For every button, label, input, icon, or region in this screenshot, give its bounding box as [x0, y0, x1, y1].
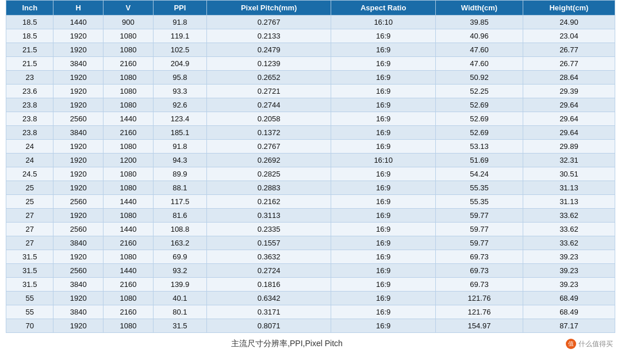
- table-cell: 121.76: [436, 292, 523, 305]
- table-cell: 0.6342: [207, 292, 331, 305]
- table-cell: 29.64: [523, 126, 615, 140]
- table-cell: 29.64: [523, 98, 615, 112]
- table-row: 23.61920108093.30.272116:952.2529.39: [6, 85, 615, 98]
- table-cell: 95.8: [153, 71, 206, 85]
- table-cell: 1920: [53, 85, 103, 98]
- table-cell: 16:9: [331, 98, 436, 112]
- table-cell: 16:9: [331, 43, 436, 57]
- table-cell: 68.49: [523, 305, 615, 319]
- table-cell: 29.89: [523, 140, 615, 154]
- table-row: 18.5144090091.80.276716:1039.8524.90: [6, 16, 615, 29]
- table-header-row: InchHVPPIPixel Pitch(mm)Aspect RatioWidt…: [6, 1, 615, 16]
- table-cell: 1440: [53, 16, 103, 29]
- table-cell: 108.8: [153, 223, 206, 236]
- table-cell: 16:9: [331, 319, 436, 333]
- table-cell: 31.5: [153, 319, 206, 333]
- table-cell: 3840: [53, 278, 103, 292]
- table-cell: 24: [6, 154, 53, 167]
- table-cell: 1920: [53, 167, 103, 181]
- table-cell: 204.9: [153, 57, 206, 71]
- table-cell: 27: [6, 236, 53, 250]
- table-cell: 123.4: [153, 112, 206, 126]
- table-cell: 0.1557: [207, 236, 331, 250]
- table-cell: 0.2692: [207, 154, 331, 167]
- table-cell: 40.96: [436, 29, 523, 43]
- table-cell: 0.2721: [207, 85, 331, 98]
- table-cell: 117.5: [153, 195, 206, 209]
- table-cell: 1920: [53, 43, 103, 57]
- table-cell: 18.5: [6, 16, 53, 29]
- table-cell: 0.2767: [207, 16, 331, 29]
- table-cell: 1920: [53, 250, 103, 264]
- table-cell: 31.13: [523, 181, 615, 195]
- table-cell: 52.25: [436, 85, 523, 98]
- table-cell: 154.97: [436, 319, 523, 333]
- table-cell: 1080: [103, 292, 154, 305]
- table-cell: 23.8: [6, 112, 53, 126]
- table-row: 2725601440108.80.233516:959.7733.62: [6, 223, 615, 236]
- table-row: 23.81920108092.60.274416:952.6929.64: [6, 98, 615, 112]
- table-cell: 1080: [103, 98, 154, 112]
- table-cell: 0.2883: [207, 181, 331, 195]
- table-cell: 1440: [103, 223, 154, 236]
- table-cell: 18.5: [6, 29, 53, 43]
- table-row: 2738402160163.20.155716:959.7733.62: [6, 236, 615, 250]
- table-cell: 1440: [103, 112, 154, 126]
- table-cell: 59.77: [436, 209, 523, 223]
- table-cell: 2560: [53, 223, 103, 236]
- table-cell: 93.2: [153, 264, 206, 278]
- table-cell: 39.23: [523, 264, 615, 278]
- table-cell: 59.77: [436, 236, 523, 250]
- table-cell: 900: [103, 16, 154, 29]
- table-cell: 16:9: [331, 236, 436, 250]
- table-cell: 52.69: [436, 98, 523, 112]
- table-cell: 2560: [53, 195, 103, 209]
- table-row: 23.838402160185.10.137216:952.6929.64: [6, 126, 615, 140]
- table-cell: 2560: [53, 264, 103, 278]
- table-cell: 16:9: [331, 29, 436, 43]
- table-cell: 1080: [103, 85, 154, 98]
- table-cell: 1920: [53, 140, 103, 154]
- table-cell: 69.73: [436, 278, 523, 292]
- table-cell: 1080: [103, 319, 154, 333]
- table-cell: 3840: [53, 305, 103, 319]
- table-cell: 93.3: [153, 85, 206, 98]
- column-header: V: [103, 1, 154, 16]
- table-cell: 31.5: [6, 264, 53, 278]
- column-header: Inch: [6, 1, 53, 16]
- table-cell: 16:10: [331, 154, 436, 167]
- table-row: 23.825601440123.40.205816:952.6929.64: [6, 112, 615, 126]
- column-header: Aspect Ratio: [331, 1, 436, 16]
- table-cell: 0.2825: [207, 167, 331, 181]
- table-row: 241920120094.30.269216:1051.6932.31: [6, 154, 615, 167]
- table-cell: 39.23: [523, 250, 615, 264]
- table-cell: 163.2: [153, 236, 206, 250]
- table-cell: 25: [6, 181, 53, 195]
- table-cell: 33.62: [523, 209, 615, 223]
- table-cell: 2160: [103, 236, 154, 250]
- table-cell: 0.8071: [207, 319, 331, 333]
- table-cell: 47.60: [436, 43, 523, 57]
- table-cell: 24.5: [6, 167, 53, 181]
- table-cell: 40.1: [153, 292, 206, 305]
- column-header: Width(cm): [436, 1, 523, 16]
- table-row: 21.519201080102.50.247916:947.6026.77: [6, 43, 615, 57]
- table-cell: 39.85: [436, 16, 523, 29]
- table-cell: 91.8: [153, 140, 206, 154]
- table-cell: 0.1816: [207, 278, 331, 292]
- table-cell: 1920: [53, 292, 103, 305]
- table-cell: 16:9: [331, 264, 436, 278]
- table-cell: 0.2724: [207, 264, 331, 278]
- table-cell: 59.77: [436, 223, 523, 236]
- table-cell: 32.31: [523, 154, 615, 167]
- table-cell: 16:9: [331, 181, 436, 195]
- table-cell: 55.35: [436, 195, 523, 209]
- table-cell: 31.13: [523, 195, 615, 209]
- table-cell: 16:9: [331, 250, 436, 264]
- table-cell: 54.24: [436, 167, 523, 181]
- table-cell: 24: [6, 140, 53, 154]
- brand-label: 什么值得买: [578, 339, 613, 349]
- table-cell: 1920: [53, 181, 103, 195]
- table-cell: 0.3632: [207, 250, 331, 264]
- table-cell: 121.76: [436, 305, 523, 319]
